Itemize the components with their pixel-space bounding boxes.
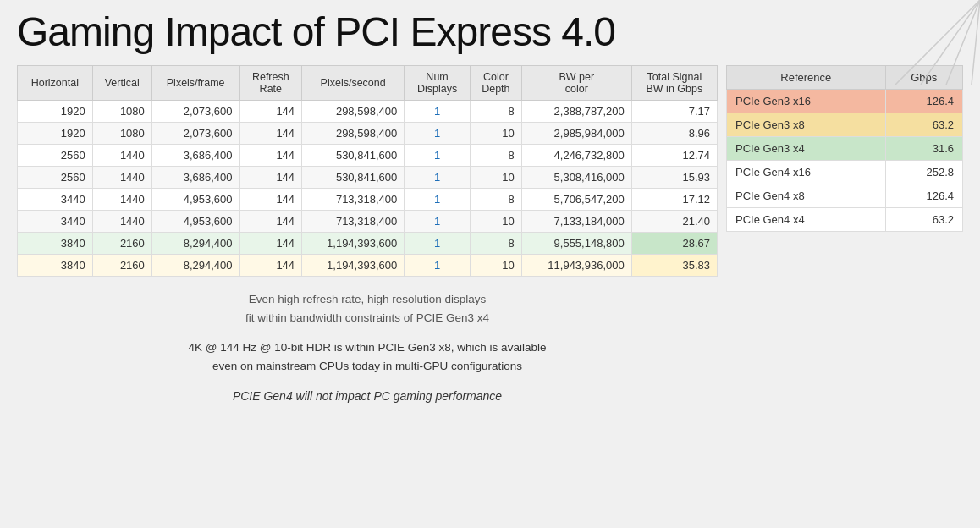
table-cell: 3840 bbox=[18, 233, 93, 255]
table-cell: 1 bbox=[405, 145, 471, 167]
table-cell: 3440 bbox=[18, 211, 93, 233]
table-cell: 530,841,600 bbox=[302, 145, 405, 167]
ref-header-row: Reference Gbps bbox=[727, 66, 963, 90]
ref-table-row: PCIe Gen4 x16252.8 bbox=[727, 161, 963, 184]
col-bw-color: BW percolor bbox=[521, 66, 631, 101]
table-cell: 298,598,400 bbox=[302, 123, 405, 145]
table-cell: 1 bbox=[405, 101, 471, 123]
col-pixels-second: Pixels/second bbox=[302, 66, 405, 101]
table-cell: 1 bbox=[405, 233, 471, 255]
table-cell: 1 bbox=[405, 255, 471, 277]
table-cell: 8,294,400 bbox=[151, 255, 239, 277]
table-cell: 5,308,416,000 bbox=[521, 167, 631, 189]
table-cell: 1,194,393,600 bbox=[302, 233, 405, 255]
table-row: 256014403,686,400144530,841,6001105,308,… bbox=[18, 167, 718, 189]
table-cell: 28.67 bbox=[631, 233, 717, 255]
table-cell: 4,953,600 bbox=[151, 211, 239, 233]
table-cell: 713,318,400 bbox=[302, 211, 405, 233]
table-cell: 1440 bbox=[92, 145, 151, 167]
ref-col-reference: Reference bbox=[727, 66, 886, 90]
table-cell: 10 bbox=[470, 211, 521, 233]
ref-table-row: PCIe Gen3 x431.6 bbox=[727, 137, 963, 161]
ref-table-row: PCIe Gen3 x16126.4 bbox=[727, 90, 963, 113]
table-cell: 1440 bbox=[92, 167, 151, 189]
table-cell: 2,985,984,000 bbox=[521, 123, 631, 145]
ref-table-row: PCIe Gen4 x463.2 bbox=[727, 208, 963, 232]
col-vertical: Vertical bbox=[92, 66, 151, 101]
table-cell: 11,943,936,000 bbox=[521, 255, 631, 277]
table-cell: 298,598,400 bbox=[302, 101, 405, 123]
table-cell: 144 bbox=[239, 145, 302, 167]
col-num-displays: NumDisplays bbox=[405, 66, 471, 101]
table-cell: 1920 bbox=[18, 123, 93, 145]
ref-table-row: PCIe Gen3 x863.2 bbox=[727, 113, 963, 137]
col-refresh-rate: RefreshRate bbox=[239, 66, 302, 101]
note-line3: 4K @ 144 Hz @ 10-bit HDR is within PCIE … bbox=[17, 338, 718, 375]
table-cell: 3,686,400 bbox=[151, 167, 239, 189]
table-cell: 4,953,600 bbox=[151, 189, 239, 211]
table-cell: 9,555,148,800 bbox=[521, 233, 631, 255]
table-cell: 4,246,732,800 bbox=[521, 145, 631, 167]
table-cell: 1080 bbox=[92, 123, 151, 145]
table-cell: 21.40 bbox=[631, 211, 717, 233]
table-cell: 7.17 bbox=[631, 101, 717, 123]
table-cell: 35.83 bbox=[631, 255, 717, 277]
ref-cell-name: PCIe Gen4 x8 bbox=[727, 184, 886, 208]
ref-table-row: PCIe Gen4 x8126.4 bbox=[727, 184, 963, 208]
ref-cell-gbps: 126.4 bbox=[885, 184, 962, 208]
reference-table: Reference Gbps PCIe Gen3 x16126.4PCIe Ge… bbox=[726, 65, 963, 232]
table-row: 344014404,953,600144713,318,400185,706,5… bbox=[18, 189, 718, 211]
table-cell: 144 bbox=[239, 233, 302, 255]
table-cell: 144 bbox=[239, 167, 302, 189]
table-cell: 144 bbox=[239, 123, 302, 145]
table-cell: 1920 bbox=[18, 101, 93, 123]
table-cell: 3440 bbox=[18, 189, 93, 211]
table-cell: 1 bbox=[405, 167, 471, 189]
table-cell: 8.96 bbox=[631, 123, 717, 145]
ref-cell-name: PCIe Gen3 x16 bbox=[727, 90, 886, 113]
table-cell: 144 bbox=[239, 189, 302, 211]
table-cell: 3,686,400 bbox=[151, 145, 239, 167]
table-cell: 2,073,600 bbox=[151, 101, 239, 123]
table-cell: 1440 bbox=[92, 189, 151, 211]
ref-cell-name: PCIe Gen3 x4 bbox=[727, 137, 886, 161]
table-cell: 1440 bbox=[92, 211, 151, 233]
table-cell: 2160 bbox=[92, 255, 151, 277]
note-conclusion: PCIE Gen4 will not impact PC gaming perf… bbox=[17, 387, 718, 405]
table-cell: 5,706,547,200 bbox=[521, 189, 631, 211]
ref-cell-gbps: 63.2 bbox=[885, 208, 962, 232]
table-cell: 144 bbox=[239, 255, 302, 277]
table-cell: 2560 bbox=[18, 145, 93, 167]
table-row: 344014404,953,600144713,318,4001107,133,… bbox=[18, 211, 718, 233]
col-color-depth: ColorDepth bbox=[470, 66, 521, 101]
ref-cell-gbps: 252.8 bbox=[885, 161, 962, 184]
right-section: Reference Gbps PCIe Gen3 x16126.4PCIe Ge… bbox=[726, 65, 963, 232]
table-header-row: Horizontal Vertical Pixels/frame Refresh… bbox=[18, 66, 718, 101]
table-cell: 713,318,400 bbox=[302, 189, 405, 211]
table-cell: 10 bbox=[470, 255, 521, 277]
ref-cell-name: PCIe Gen4 x4 bbox=[727, 208, 886, 232]
table-cell: 1 bbox=[405, 189, 471, 211]
table-cell: 10 bbox=[470, 123, 521, 145]
table-cell: 8 bbox=[470, 189, 521, 211]
ref-cell-name: PCIe Gen3 x8 bbox=[727, 113, 886, 137]
ref-cell-gbps: 63.2 bbox=[885, 113, 962, 137]
ref-cell-name: PCIe Gen4 x16 bbox=[727, 161, 886, 184]
page-title: Gaming Impact of PCI Express 4.0 bbox=[17, 8, 963, 55]
page-container: Gaming Impact of PCI Express 4.0 Horizon… bbox=[0, 0, 980, 415]
col-total-bw: Total SignalBW in Gbps bbox=[631, 66, 717, 101]
left-section: Horizontal Vertical Pixels/frame Refresh… bbox=[17, 65, 718, 406]
svg-line-3 bbox=[972, 0, 980, 85]
main-table-wrapper: Horizontal Vertical Pixels/frame Refresh… bbox=[17, 65, 718, 277]
table-cell: 144 bbox=[239, 101, 302, 123]
table-cell: 8 bbox=[470, 145, 521, 167]
table-row: 192010802,073,600144298,598,4001102,985,… bbox=[18, 123, 718, 145]
ref-cell-gbps: 31.6 bbox=[885, 137, 962, 161]
table-row: 384021608,294,4001441,194,393,600189,555… bbox=[18, 233, 718, 255]
table-cell: 8,294,400 bbox=[151, 233, 239, 255]
note-line1: Even high refresh rate, high resolution … bbox=[17, 290, 718, 327]
table-cell: 2160 bbox=[92, 233, 151, 255]
table-cell: 17.12 bbox=[631, 189, 717, 211]
col-pixels-frame: Pixels/frame bbox=[151, 66, 239, 101]
table-cell: 1,194,393,600 bbox=[302, 255, 405, 277]
